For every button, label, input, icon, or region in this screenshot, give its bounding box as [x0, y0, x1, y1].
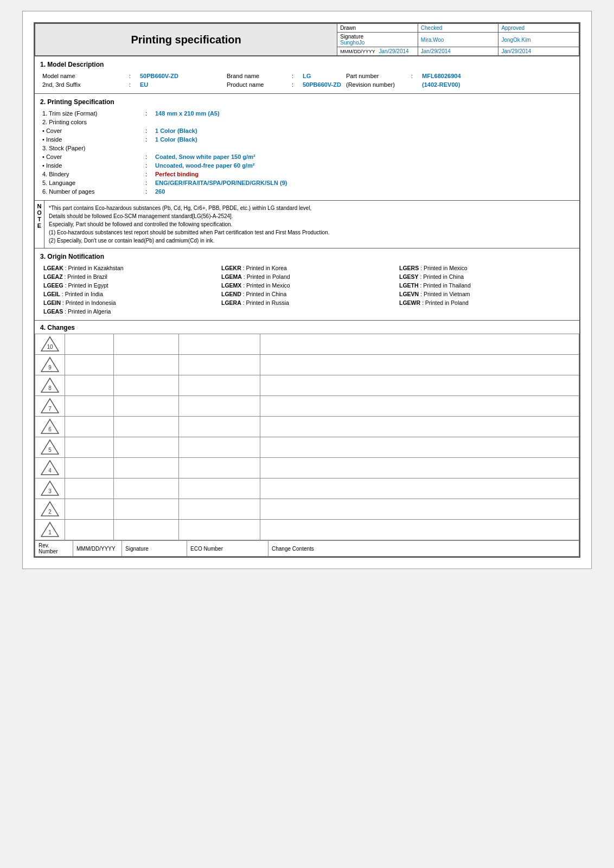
cover-value: 1 Color (Black): [153, 126, 574, 135]
eco-cell: [179, 499, 260, 520]
svg-text:4: 4: [48, 468, 52, 474]
contents-cell: [260, 478, 579, 499]
origin-row: LGEEG : Printed in EgyptLGEMX : Printed …: [40, 281, 574, 290]
signature-label: Signature SunghoJo: [337, 33, 418, 47]
origin-sep: :: [243, 291, 245, 297]
section-changes: 4. Changes 10 9 8 7 6: [35, 320, 579, 557]
changes-row: 3: [35, 478, 579, 499]
footer-row: Rev. Number MMM/DD/YYYY Signature ECO Nu…: [35, 541, 579, 557]
origin-sep: :: [62, 291, 63, 297]
origin-sep: :: [420, 291, 422, 297]
origin-sep: :: [65, 273, 66, 280]
origin-cell: LGEAK : Printed in Kazakhstan: [40, 264, 218, 272]
product-name-value: 50PB660V-ZD: [300, 80, 344, 89]
origin-location: Printed in Brazil: [67, 273, 107, 280]
origin-location: Printed in Russia: [246, 299, 289, 306]
origin-cell: LGEAS : Printed in Algeria: [40, 307, 218, 316]
bindery-label: 4. Bindery: [40, 170, 143, 178]
svg-text:3: 3: [48, 488, 52, 494]
note-line-4: (1) Eco-hazardous substances test report…: [49, 228, 329, 237]
origin-location: Printed in Mexico: [246, 282, 290, 289]
origin-cell: [218, 307, 396, 316]
changes-row: 6: [35, 417, 579, 437]
stock-inside-row: • Inside : Uncoated, wood-free paper 60 …: [40, 161, 574, 170]
document-title: Printing specification: [35, 24, 337, 56]
svg-text:8: 8: [48, 385, 52, 391]
note-line-1: *This part contains Eco-hazardous substa…: [49, 204, 329, 212]
signature-cell: [114, 458, 179, 478]
origin-row: LGEAK : Printed in KazakhstanLGEKR : Pri…: [40, 264, 574, 272]
footer-date: MMM/DD/YYYY: [73, 541, 122, 557]
revision-triangle-icon: 5: [41, 439, 59, 455]
section2-title: 2. Printing Specification: [40, 98, 574, 106]
note-line-2: Details should be followed Eco-SCM manag…: [49, 212, 329, 220]
stock-inside-value: Uncoated, wood-free paper 60 g/m²: [153, 161, 574, 170]
eco-cell: [179, 355, 260, 375]
drawn-label: Drawn: [337, 24, 418, 33]
date-cell: [65, 355, 114, 375]
inside-color-row: • Inside : 1 Color (Black): [40, 135, 574, 144]
origin-sep: :: [420, 282, 422, 289]
checked-name: Mira.Woo: [418, 33, 498, 47]
model-name-value: 50PB660V-ZD: [138, 72, 225, 80]
date-cell: [65, 417, 114, 437]
approved-name: JongOk.Kim: [498, 33, 579, 47]
changes-row: 4: [35, 458, 579, 478]
revision-cell: 7: [35, 396, 65, 417]
changes-row: 1: [35, 520, 579, 540]
origin-location: Printed in China: [246, 291, 287, 297]
signature-cell: [114, 520, 179, 540]
origin-cell: LGEEG : Printed in Egypt: [40, 281, 218, 290]
origin-location: Printed in Indonesia: [66, 299, 116, 306]
note-section: N O T E *This part contains Eco-hazardou…: [35, 200, 579, 248]
changes-row: 8: [35, 375, 579, 396]
origin-sep: :: [244, 273, 245, 280]
stock-cover-label: • Cover: [40, 152, 143, 161]
origin-location: Printed in India: [65, 291, 103, 297]
revision-triangle-icon: 1: [41, 521, 59, 538]
svg-text:1: 1: [48, 529, 52, 535]
drawn-date-cell: MMM/DD/YYYY Jan/29/2014: [337, 47, 418, 56]
revision-cell: 5: [35, 437, 65, 458]
origin-code: LGEMA: [221, 273, 242, 280]
trim-label: 1. Trim size (Format): [40, 109, 143, 118]
approved-date: Jan/29/2014: [498, 47, 579, 56]
pages-value: 260: [153, 187, 574, 196]
origin-cell: LGESY : Printed in China: [396, 272, 574, 281]
part-number-label: Part number: [344, 72, 409, 80]
eco-cell: [179, 520, 260, 540]
origin-location: Printed in Kazakhstan: [68, 265, 124, 271]
origin-sep: :: [243, 265, 245, 271]
revision-label: (Revision number): [344, 80, 409, 89]
origin-cell: LGEIL : Printed in India: [40, 290, 218, 298]
revision-triangle-icon: 6: [41, 418, 59, 435]
origin-row: LGEAS : Printed in Algeria: [40, 307, 574, 316]
section-model-description: 1. Model Description Model name : 50PB66…: [35, 56, 579, 93]
origin-code: LGEAK: [43, 265, 63, 271]
eco-cell: [179, 478, 260, 499]
revision-cell: 3: [35, 478, 65, 499]
origin-cell: LGERS : Printed in Mexico: [396, 264, 574, 272]
cover-color-row: • Cover : 1 Color (Black): [40, 126, 574, 135]
revision-cell: 8: [35, 375, 65, 396]
origin-code: LGEAS: [43, 308, 63, 315]
revision-triangle-icon: 8: [41, 377, 59, 393]
changes-table: 10 9 8 7 6 5 4: [35, 334, 579, 540]
contents-cell: [260, 458, 579, 478]
date-cell: [65, 458, 114, 478]
origin-sep: :: [243, 282, 245, 289]
changes-row: 2: [35, 499, 579, 520]
origin-sep: :: [65, 308, 66, 315]
pages-label: 6. Number of pages: [40, 187, 143, 196]
brand-name-label: Brand name: [225, 72, 290, 80]
signature-cell: [114, 437, 179, 458]
checked-label: Checked: [418, 24, 498, 33]
origin-location: Printed in Poland: [247, 273, 290, 280]
origin-cell: [396, 307, 574, 316]
revision-value: (1402-REV00): [420, 80, 574, 89]
changes-row: 9: [35, 355, 579, 375]
inside-label: • Inside: [40, 135, 143, 144]
printing-spec-table: 1. Trim size (Format) : 148 mm x 210 mm …: [40, 109, 574, 196]
revision-cell: 10: [35, 334, 65, 355]
revision-cell: 1: [35, 520, 65, 540]
